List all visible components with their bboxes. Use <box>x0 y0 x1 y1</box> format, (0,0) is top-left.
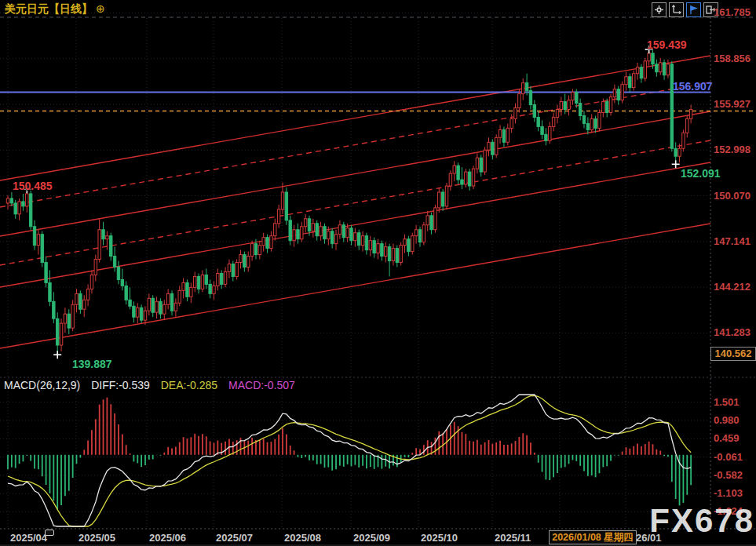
chart-title: 美元日元【日线】⊕ <box>5 2 105 16</box>
time-tick-label: 2025/09 <box>353 532 390 544</box>
watermark: FX678 <box>649 502 754 540</box>
price-tick-label: 158.856 <box>714 53 751 64</box>
extreme-price-label: 152.091 <box>681 167 721 180</box>
price-tick-label: 150.070 <box>714 190 751 202</box>
macd-tick-label: 0.980 <box>714 414 740 426</box>
macd-tick-label: -0.061 <box>714 451 743 463</box>
price-tick-label: 141.283 <box>714 326 751 338</box>
macd-tick-label: -0.582 <box>714 469 743 481</box>
extreme-price-label: 159.439 <box>647 38 687 51</box>
time-tick-label: 2025/05 <box>79 532 115 544</box>
time-tick-label: 2025/11 <box>495 532 531 544</box>
chart-toolbar <box>652 2 718 17</box>
macd-tick-label: -1.103 <box>714 487 743 499</box>
price-marker-label: 140.562 <box>710 347 756 361</box>
macd-hist-value: MACD:-0.507 <box>228 379 295 391</box>
zoom-add-icon[interactable]: ⊕ <box>96 2 105 15</box>
price-tick-label: 161.785 <box>714 6 751 18</box>
extreme-price-label: 139.887 <box>72 358 112 370</box>
time-tick-label: 2025/06 <box>149 532 186 544</box>
pan-move-icon[interactable] <box>652 2 667 17</box>
macd-dea-value: DEA:-0.285 <box>161 379 217 391</box>
time-tick-label: 2025/07 <box>216 532 253 544</box>
app-window: 美元日元【日线】⊕ 161.785158.856155.927152.99815… <box>0 0 756 546</box>
macd-diff-value: DIFF:-0.539 <box>91 379 150 391</box>
price-tick-label: 147.141 <box>714 235 751 247</box>
period-label: 【日线】 <box>49 2 93 15</box>
time-tick-label: 2025/10 <box>421 532 458 544</box>
price-tick-label: 152.998 <box>714 144 751 155</box>
macd-tick-label: 1.501 <box>714 396 740 408</box>
cursor-date-box: 2026/01/08 星期四 <box>549 530 637 544</box>
time-axis-handle[interactable] <box>45 530 54 536</box>
price-tick-label: 144.212 <box>714 281 751 293</box>
symbol-name: 美元日元 <box>5 2 49 15</box>
macd-header: MACD(26,12,9) DIFF:-0.539 DEA:-0.285 MAC… <box>4 379 303 391</box>
chart-canvas[interactable] <box>0 0 756 546</box>
price-tick-label: 155.927 <box>714 98 751 110</box>
macd-indicator-name: MACD(26,12,9) <box>4 379 80 391</box>
extreme-price-label: 150.485 <box>13 180 53 192</box>
macd-tick-label: 0.459 <box>714 432 740 444</box>
axis-scale-icon[interactable] <box>669 2 684 17</box>
blue-level-label: 156.907 <box>673 80 713 93</box>
time-tick-label: 2025/08 <box>284 532 321 544</box>
time-tick-label: 2025/04 <box>10 532 47 544</box>
flag-marker-icon[interactable] <box>686 2 701 17</box>
